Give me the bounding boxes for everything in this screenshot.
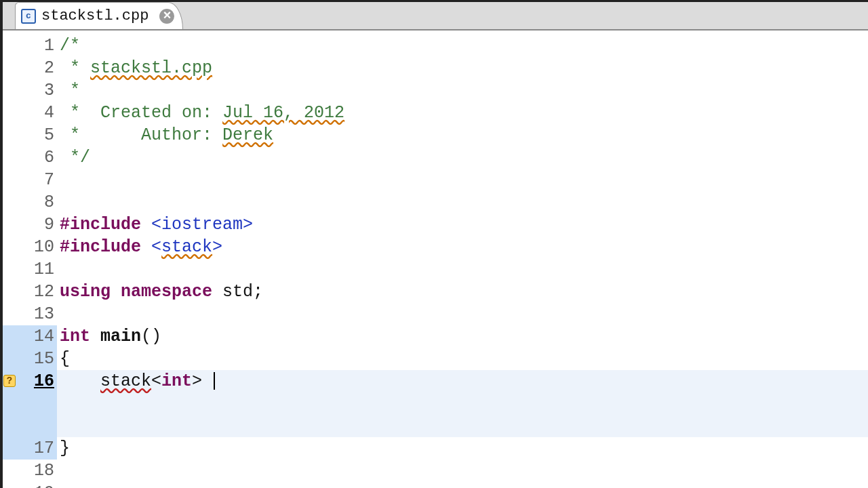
line-number: 3 (16, 79, 57, 102)
code-line[interactable]: 17 } (3, 437, 868, 460)
keyword: int (60, 327, 90, 346)
cpp-file-icon: c (21, 9, 36, 24)
code-line[interactable]: 3 * (3, 79, 868, 102)
comment: /* (60, 36, 80, 56)
line-number: 9 (16, 214, 57, 236)
code-line-current[interactable]: ? 16 stack<int> (3, 370, 868, 437)
code-line[interactable]: 1 /* (3, 35, 868, 57)
code-line[interactable]: 11 (3, 258, 868, 281)
line-number: 8 (16, 191, 57, 214)
line-number: 19 (16, 482, 57, 488)
code-line[interactable]: 8 (3, 191, 868, 214)
line-number: 6 (16, 146, 57, 169)
code-line[interactable]: 19 (3, 482, 868, 488)
code-line[interactable]: 14 int main() (3, 325, 868, 348)
line-number: 1 (16, 35, 57, 57)
close-tab-icon[interactable]: × (159, 9, 174, 24)
tab-bar: c stackstl.cpp × (3, 2, 868, 30)
include-path: <iostream> (141, 215, 253, 235)
line-number: 4 (16, 102, 57, 124)
code-line[interactable]: 10 #include <stack> (3, 236, 868, 258)
code-line[interactable]: 5 * Author: Derek (3, 124, 868, 146)
keyword: #include (60, 215, 141, 235)
include-path: < (141, 237, 161, 257)
line-number: 12 (16, 281, 57, 303)
code-line[interactable]: 9 #include <iostream> (3, 214, 868, 236)
line-number: 13 (16, 303, 57, 325)
code-line[interactable]: 13 (3, 303, 868, 325)
comment: * (60, 58, 90, 78)
keyword: namespace (121, 282, 212, 302)
comment: * Created on: (60, 103, 222, 123)
keyword: #include (60, 237, 141, 257)
line-number: 17 (16, 437, 57, 460)
line-number: 15 (16, 348, 57, 370)
include-path: stack (161, 237, 212, 257)
identifier: std (222, 282, 253, 302)
comment: */ (60, 148, 90, 167)
line-number: 5 (16, 124, 57, 146)
comment: Jul 16, 2012 (222, 103, 344, 123)
line-number: 14 (16, 325, 57, 348)
include-path: > (212, 237, 222, 257)
comment: stackstl.cpp (90, 58, 212, 78)
code-line[interactable]: 2 * stackstl.cpp (3, 57, 868, 79)
line-number: 2 (16, 57, 57, 79)
code-line[interactable]: 18 (3, 460, 868, 482)
keyword: using (60, 282, 111, 302)
comment: * Author: (60, 125, 222, 145)
code-line[interactable]: 12 using namespace std; (3, 281, 868, 303)
comment: * (60, 81, 80, 100)
line-number: 18 (16, 460, 57, 482)
line-number: 7 (16, 169, 57, 191)
code-line[interactable]: 4 * Created on: Jul 16, 2012 (3, 102, 868, 124)
code-line[interactable]: 6 */ (3, 146, 868, 169)
code-line[interactable]: 7 (3, 169, 868, 191)
comment: Derek (222, 125, 273, 145)
identifier: stack (100, 371, 151, 391)
line-number: 10 (16, 236, 57, 258)
function-name: main (100, 327, 141, 346)
warning-marker-icon[interactable]: ? (3, 375, 16, 387)
line-number: 11 (16, 258, 57, 281)
code-editor[interactable]: 1 /* 2 * stackstl.cpp 3 * 4 * Created on… (3, 30, 868, 488)
text-cursor (214, 372, 215, 390)
tab-filename: stackstl.cpp (41, 7, 149, 24)
code-line[interactable]: 15 { (3, 348, 868, 370)
file-tab[interactable]: c stackstl.cpp × (15, 2, 183, 29)
keyword: int (161, 371, 192, 391)
